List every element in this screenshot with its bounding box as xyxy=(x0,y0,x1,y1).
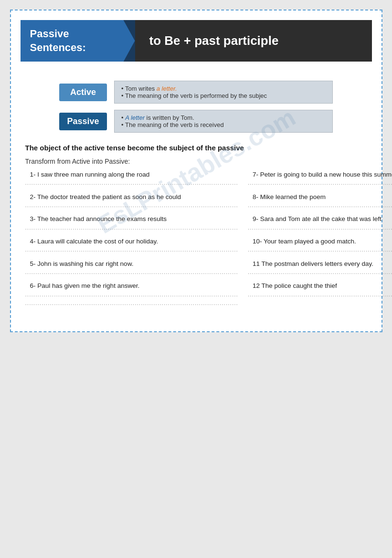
exercise-item-3: 3- The teacher had announce the exams re… xyxy=(25,214,238,231)
answer-line-1[interactable]: ........................................… xyxy=(25,179,238,186)
exercises-right-column: 7- Peter is going to build a new house t… xyxy=(248,170,392,312)
passive-description: • A letter is written by Tom. • The mean… xyxy=(114,110,333,133)
exercise-sentence-9: 9- Sara and Tom ate all the cake that wa… xyxy=(248,214,392,224)
exercise-item-11: 11 The postman delivers letters every da… xyxy=(248,259,392,276)
header-title: Passive Sentences: xyxy=(30,27,86,54)
exercise-sentence-11: 11 The postman delivers letters every da… xyxy=(248,259,392,269)
exercise-sentence-1: 1- I saw three man running along the roa… xyxy=(25,170,238,179)
active-bullet-2: • The meaning of the verb is performed b… xyxy=(121,92,326,99)
header: Passive Sentences: to Be + past particip… xyxy=(21,20,372,62)
instruction-text: Transform from Active into Passive: xyxy=(25,158,367,165)
exercise-sentence-6: 6- Paul has given me the right answer. xyxy=(25,281,238,291)
exercise-sentence-3: 3- The teacher had announce the exams re… xyxy=(25,214,238,224)
exercise-sentence-4: 4- Laura will calculate the cost of our … xyxy=(25,237,238,246)
answer-line-3[interactable]: ........................................… xyxy=(25,224,238,231)
active-description: • Tom writes a letter. • The meaning of … xyxy=(114,81,333,104)
exercise-item-2: 2- The doctor treated the patient as soo… xyxy=(25,192,238,209)
exercise-sentence-8: 8- Mike learned the poem xyxy=(248,192,392,202)
passive-row: Passive • A letter is written by Tom. • … xyxy=(59,110,333,133)
answer-line-6b[interactable]: ........................................… xyxy=(25,300,238,306)
answer-line-6[interactable]: ........................................… xyxy=(25,291,238,298)
answer-line-5[interactable]: ........................................… xyxy=(25,269,238,275)
exercise-sentence-5: 5- John is washing his car right now. xyxy=(25,259,238,269)
header-subtitle: to Be + past participle xyxy=(149,33,279,48)
passive-bullet-1: • A letter is written by Tom. xyxy=(121,114,326,121)
exercise-sentence-12: 12 The police caught the thief xyxy=(248,281,392,291)
exercise-item-4: 4- Laura will calculate the cost of our … xyxy=(25,237,238,253)
active-row: Active • Tom writes a letter. • The mean… xyxy=(59,81,333,104)
exercise-item-10: 10- Your team played a good match. .....… xyxy=(248,237,392,253)
answer-line-7[interactable]: ........................................… xyxy=(248,179,392,186)
exercises-left-column: 1- I saw three man running along the roa… xyxy=(25,170,238,312)
answer-line-4[interactable]: ........................................… xyxy=(25,246,238,253)
exercises-container: 1- I saw three man running along the roa… xyxy=(25,170,367,312)
passive-badge: Passive xyxy=(59,113,107,130)
concept-box: Active • Tom writes a letter. • The mean… xyxy=(59,78,333,135)
exercise-sentence-10: 10- Your team played a good match. xyxy=(248,237,392,246)
exercise-item-9: 9- Sara and Tom ate all the cake that wa… xyxy=(248,214,392,231)
active-badge: Active xyxy=(59,84,107,101)
answer-line-9[interactable]: ........................................… xyxy=(248,224,392,231)
header-left: Passive Sentences: xyxy=(21,20,135,62)
worksheet-page: EsLPrintables.com Passive Sentences: to … xyxy=(10,10,382,332)
exercise-sentence-2: 2- The doctor treated the patient as soo… xyxy=(25,192,238,202)
answer-line-10[interactable]: ........................................… xyxy=(248,246,392,253)
answer-line-8[interactable]: ........................................… xyxy=(248,202,392,209)
active-bullet-1: • Tom writes a letter. xyxy=(121,85,326,92)
content-area: Active • Tom writes a letter. • The mean… xyxy=(11,62,381,331)
passive-bullet-2: • The meaning of the verb is received xyxy=(121,121,326,128)
exercise-item-7: 7- Peter is going to build a new house t… xyxy=(248,170,392,187)
exercise-item-12: 12 The police caught the thief .........… xyxy=(248,281,392,298)
answer-line-2[interactable]: ........................................… xyxy=(25,202,238,209)
rule-text: The object of the active tense become th… xyxy=(25,144,367,152)
header-right: to Be + past participle xyxy=(135,20,372,62)
exercise-item-6: 6- Paul has given me the right answer. .… xyxy=(25,281,238,306)
answer-line-12[interactable]: ........................................… xyxy=(248,291,392,298)
exercise-sentence-7: 7- Peter is going to build a new house t… xyxy=(248,170,392,179)
exercise-item-8: 8- Mike learned the poem ...............… xyxy=(248,192,392,209)
exercise-item-1: 1- I saw three man running along the roa… xyxy=(25,170,238,187)
exercise-item-5: 5- John is washing his car right now. ..… xyxy=(25,259,238,276)
answer-line-11[interactable]: ........................................… xyxy=(248,269,392,275)
